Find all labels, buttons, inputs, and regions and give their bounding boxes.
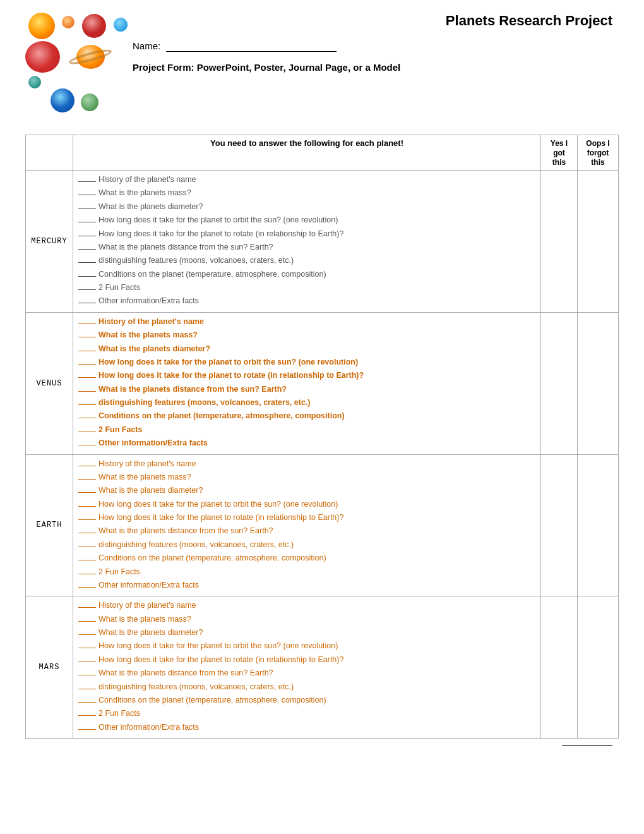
list-item: Conditions on the planet (temperature, a… bbox=[78, 269, 535, 281]
name-underline bbox=[166, 40, 337, 52]
blank-underscore bbox=[78, 492, 96, 493]
checklist-item-text: What is the planets distance from the su… bbox=[98, 667, 273, 679]
checklist-item-text: What is the planets mass? bbox=[98, 613, 191, 626]
checklist-item-text: What is the planets mass? bbox=[98, 187, 191, 199]
blank-underscore bbox=[78, 323, 96, 324]
list-item: distinguishing features (moons, volcanoe… bbox=[78, 397, 535, 409]
list-item: History of the planet's name bbox=[78, 600, 535, 612]
checklist-item-text: How long does it take for the planet to … bbox=[98, 640, 338, 652]
blank-underscore bbox=[78, 689, 96, 689]
blank-underscore bbox=[78, 364, 96, 365]
blank-underscore bbox=[78, 236, 96, 236]
checklist-item-text: Conditions on the planet (temperature, a… bbox=[98, 410, 345, 422]
footer-line bbox=[25, 745, 619, 746]
list-item: What is the planets distance from the su… bbox=[78, 384, 535, 396]
list-item: What is the planets mass? bbox=[78, 187, 535, 199]
checklist-venus: History of the planet's nameWhat is the … bbox=[73, 312, 541, 454]
blank-underscore bbox=[78, 574, 96, 574]
checklist-item-text: How long does it take for the planet to … bbox=[98, 356, 358, 368]
list-item: How long does it take for the planet to … bbox=[78, 499, 535, 511]
checklist-item-text: Other information/Extra facts bbox=[98, 722, 199, 734]
list-item: 2 Fun Facts bbox=[78, 282, 535, 294]
list-item: What is the planets diameter? bbox=[78, 485, 535, 497]
checklist-item-text: distinguishing features (moons, volcanoe… bbox=[98, 539, 294, 551]
list-item: How long does it take for the planet to … bbox=[78, 356, 535, 368]
name-row: Name: bbox=[133, 40, 619, 52]
list-item: Other information/Extra facts bbox=[78, 295, 535, 307]
checklist-item-text: How long does it take for the planet to … bbox=[98, 654, 343, 666]
checklist-item-text: distinguishing features (moons, volcanoe… bbox=[98, 255, 294, 267]
list-item: Other information/Extra facts bbox=[78, 579, 535, 591]
list-item: What is the planets distance from the su… bbox=[78, 241, 535, 253]
list-item: 2 Fun Facts bbox=[78, 424, 535, 436]
planets-image bbox=[25, 13, 133, 123]
list-item: What is the planets mass? bbox=[78, 613, 535, 626]
list-item: How long does it take for the planet to … bbox=[78, 654, 535, 666]
checklist-item-text: What is the planets diameter? bbox=[98, 343, 210, 355]
col-oops-header: Oops I forgot this bbox=[578, 135, 619, 171]
list-item: What is the planets distance from the su… bbox=[78, 525, 535, 537]
blank-underscore bbox=[78, 506, 96, 507]
checklist-item-text: Other information/Extra facts bbox=[98, 437, 208, 449]
list-item: Conditions on the planet (temperature, a… bbox=[78, 410, 535, 422]
blank-underscore bbox=[78, 621, 96, 622]
checklist-item-text: Conditions on the planet (temperature, a… bbox=[98, 694, 326, 706]
table-header-main: You need to answer the following for eac… bbox=[73, 135, 541, 171]
checklist-item-text: 2 Fun Facts bbox=[98, 282, 140, 294]
blank-underscore bbox=[78, 418, 96, 418]
checklist-item-text: What is the planets distance from the su… bbox=[98, 241, 273, 253]
checklist-earth: History of the planet's nameWhat is the … bbox=[73, 454, 541, 596]
checklist-item-text: How long does it take for the planet to … bbox=[98, 214, 338, 226]
list-item: 2 Fun Facts bbox=[78, 708, 535, 720]
blank-underscore bbox=[78, 479, 96, 480]
list-item: 2 Fun Facts bbox=[78, 566, 535, 578]
list-item: Other information/Extra facts bbox=[78, 722, 535, 734]
list-item: How long does it take for the planet to … bbox=[78, 370, 535, 382]
list-item: What is the planets diameter? bbox=[78, 343, 535, 355]
list-item: distinguishing features (moons, volcanoe… bbox=[78, 681, 535, 693]
planet-label-venus: VENUS bbox=[26, 312, 73, 454]
blank-underscore bbox=[78, 547, 96, 547]
checklist-mercury: History of the planet's nameWhat is the … bbox=[73, 171, 541, 313]
blank-underscore bbox=[78, 351, 96, 351]
blank-underscore bbox=[78, 337, 96, 337]
checklist-item-text: What is the planets mass? bbox=[98, 329, 198, 341]
blank-underscore bbox=[78, 249, 96, 250]
checklist-item-text: 2 Fun Facts bbox=[98, 708, 140, 720]
checklist-item-text: How long does it take for the planet to … bbox=[98, 499, 338, 511]
blank-underscore bbox=[78, 303, 96, 303]
list-item: History of the planet's name bbox=[78, 458, 535, 470]
blank-underscore bbox=[78, 607, 96, 608]
checklist-item-text: 2 Fun Facts bbox=[98, 424, 142, 436]
blank-underscore bbox=[78, 466, 96, 466]
blank-underscore bbox=[78, 181, 96, 182]
checklist-item-text: Other information/Extra facts bbox=[98, 579, 199, 591]
yes-cell bbox=[541, 596, 578, 739]
checklist-item-text: 2 Fun Facts bbox=[98, 566, 140, 578]
list-item: Conditions on the planet (temperature, a… bbox=[78, 552, 535, 564]
blank-underscore bbox=[78, 432, 96, 432]
project-form-label: Project Form: PowerPoint, Poster, Journa… bbox=[133, 62, 619, 73]
checklist-item-text: History of the planet's name bbox=[98, 458, 196, 470]
list-item: How long does it take for the planet to … bbox=[78, 214, 535, 226]
blank-underscore bbox=[78, 560, 96, 560]
checklist-item-text: How long does it take for the planet to … bbox=[98, 228, 343, 240]
blank-underscore bbox=[78, 262, 96, 263]
blank-underscore bbox=[78, 276, 96, 277]
planet-label-earth: EARTH bbox=[26, 454, 73, 596]
blank-underscore bbox=[78, 634, 96, 635]
checklist-item-text: Conditions on the planet (temperature, a… bbox=[98, 269, 326, 281]
blank-underscore bbox=[78, 702, 96, 703]
checklist-item-text: What is the planets mass? bbox=[98, 471, 191, 483]
checklist-item-text: distinguishing features (moons, volcanoe… bbox=[98, 397, 311, 409]
checklist-item-text: What is the planets distance from the su… bbox=[98, 384, 287, 396]
blank-underscore bbox=[78, 729, 96, 730]
checklist-item-text: Other information/Extra facts bbox=[98, 295, 199, 307]
list-item: How long does it take for the planet to … bbox=[78, 228, 535, 240]
checklist-item-text: Conditions on the planet (temperature, a… bbox=[98, 552, 326, 564]
blank-underscore bbox=[78, 391, 96, 392]
blank-underscore bbox=[78, 445, 96, 445]
list-item: What is the planets mass? bbox=[78, 471, 535, 483]
planet-label-mars: MARS bbox=[26, 596, 73, 739]
checklist-mars: History of the planet's nameWhat is the … bbox=[73, 596, 541, 739]
